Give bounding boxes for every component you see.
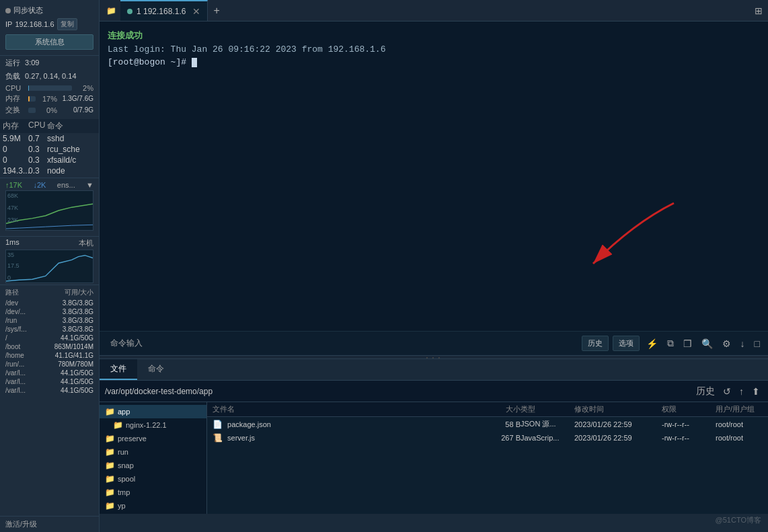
- disk-row: /home41.1G/41.1G: [5, 351, 93, 360]
- fm-path: /var/opt/docker-test-demo/app: [105, 387, 691, 396]
- net-chevron[interactable]: ▼: [86, 181, 93, 189]
- fm-upload-btn[interactable]: ↑: [736, 385, 746, 398]
- disk-row: /run/...780M/780M: [5, 360, 93, 369]
- fm-toolbar: /var/opt/docker-test-demo/app 历史 ↺ ↑ ⬆: [100, 381, 768, 402]
- tab-add-button[interactable]: +: [208, 2, 225, 20]
- fm-file-row[interactable]: 📜 server.js 267 B JavaScrip... 2023/01/2…: [207, 431, 768, 445]
- sidebar-header: 同步状态 IP 192.168.1.6 复制 系统信息: [0, 0, 99, 56]
- fm-tabs: 文件 命令: [100, 359, 768, 381]
- disk-row: /44.1G/50G: [5, 334, 93, 342]
- tab-dot: [127, 9, 132, 14]
- duplicate-icon[interactable]: ❒: [681, 337, 695, 350]
- term-line-3: [root@bogon ~]#: [108, 56, 760, 69]
- sync-dot: [5, 8, 11, 13]
- disk-list: /dev3.8G/3.8G/dev/...3.8G/3.8G/run3.8G/3…: [5, 299, 93, 395]
- folder-icon: 📁: [105, 461, 115, 470]
- disk-row: /dev3.8G/3.8G: [5, 299, 93, 307]
- swap-bar-bg: [28, 108, 36, 113]
- fm-refresh-btn[interactable]: ↺: [720, 385, 734, 398]
- fm-tree-item[interactable]: 📁preserve: [100, 432, 206, 445]
- fm-files: 文件名 大小 类型 修改时间 权限 用户/用户组 📄 package.json …: [207, 402, 768, 514]
- net-chart: 68K 47K 23K: [5, 190, 93, 231]
- tab-bar-right: ⊞: [752, 3, 765, 19]
- sysinfo-button[interactable]: 系统信息: [5, 34, 93, 50]
- tab-bar: 📁 1 192.168.1.6 ✕ + ⊞: [100, 0, 768, 22]
- cpu-bar-bg: [28, 85, 72, 91]
- sync-row: 同步状态: [5, 5, 93, 15]
- terminal-toolbar: 命令输入 历史 选项 ⚡ ⧉ ❒ 🔍 ⚙ ↓ □: [100, 331, 768, 355]
- settings-icon[interactable]: ⚙: [720, 337, 734, 350]
- cpu-bar-fill: [28, 85, 29, 91]
- fm-tree-item[interactable]: 📁spool: [100, 472, 206, 486]
- disk-row: /var/l...44.1G/50G: [5, 386, 93, 395]
- fm-file-header: 文件名 大小 类型 修改时间 权限 用户/用户组: [207, 402, 768, 417]
- terminal-cursor: [192, 58, 197, 67]
- net-header: ↑17K ↓2K ens... ▼: [5, 181, 93, 189]
- process-row: 5.9M0.7sshd: [0, 133, 99, 144]
- tab-label: 1 192.168.1.6: [137, 7, 186, 16]
- latency-section: 1ms 本机 35 17.5 0: [0, 236, 99, 284]
- disk-header: 路径 可用/大小: [5, 288, 93, 297]
- file-manager: 文件 命令 /var/opt/docker-test-demo/app 历史 ↺…: [100, 359, 768, 514]
- folder-icon: 📁: [105, 474, 115, 484]
- ip-row: IP 192.168.1.6 复制: [5, 18, 93, 30]
- fm-tree-item[interactable]: 📁snap: [100, 459, 206, 472]
- fm-tree-item[interactable]: 📁app: [100, 405, 206, 418]
- json-icon: 📄: [213, 420, 223, 429]
- copy-icon[interactable]: ⧉: [664, 336, 677, 350]
- latency-chart: 35 17.5 0: [5, 250, 93, 283]
- sync-label: 同步状态: [13, 5, 43, 15]
- fm-tree: 📁app📁nginx-1.22.1📁preserve📁run📁snap📁spoo…: [100, 402, 207, 514]
- folder-icon: 📁: [113, 420, 123, 430]
- history-button[interactable]: 历史: [582, 336, 609, 351]
- disk-row: /boot863M/1014M: [5, 342, 93, 351]
- ip-label: IP: [5, 20, 12, 28]
- search-icon[interactable]: 🔍: [699, 337, 716, 350]
- folder-icon: 📁: [105, 488, 115, 497]
- folder-icon: 📁: [105, 447, 115, 457]
- fm-tab-cmd[interactable]: 命令: [137, 359, 175, 380]
- folder-icon: 📁: [105, 501, 115, 510]
- terminal[interactable]: 连接成功 Last login: Thu Jan 26 09:16:22 202…: [100, 22, 768, 331]
- folder-icon: 📁: [105, 434, 115, 443]
- tab-close-button[interactable]: ✕: [192, 6, 200, 17]
- swap-row: 交换 0% 0/7.9G: [5, 105, 93, 115]
- process-row: 00.3xfsaild/c: [0, 155, 99, 165]
- net-up: ↑17K: [5, 181, 22, 189]
- fm-upload2-btn[interactable]: ⬆: [749, 385, 763, 398]
- disk-row: /var/l...44.1G/50G: [5, 377, 93, 386]
- activate-button[interactable]: 激活/升级: [0, 516, 99, 532]
- net-down: ↓2K: [33, 181, 46, 189]
- fm-tree-item[interactable]: 📁tmp: [100, 486, 206, 499]
- resource-stats: CPU 2% 内存 17% 1.3G/7.6G 交换 0% 0/7.9G: [0, 83, 99, 118]
- bottom-area: 文件 命令 /var/opt/docker-test-demo/app 历史 ↺…: [100, 359, 768, 514]
- lightning-icon[interactable]: ⚡: [644, 337, 660, 350]
- fm-history-btn[interactable]: 历史: [693, 384, 718, 399]
- folder-icon[interactable]: 📁: [102, 3, 120, 18]
- fm-tree-item[interactable]: 📁nginx-1.22.1: [100, 418, 206, 432]
- process-section: 内存 CPU 命令 5.9M0.7sshd00.3rcu_sche00.3xfs…: [0, 118, 99, 178]
- fm-tree-item[interactable]: 📁run: [100, 445, 206, 459]
- fm-tab-file[interactable]: 文件: [100, 359, 137, 380]
- option-button[interactable]: 选项: [613, 336, 640, 351]
- copy-button[interactable]: 复制: [57, 18, 77, 30]
- js-icon: 📜: [213, 433, 223, 443]
- disk-row: /var/l...44.1G/50G: [5, 369, 93, 377]
- maximize-icon[interactable]: □: [752, 337, 763, 350]
- fm-file-row[interactable]: 📄 package.json 58 B JSON 源... 2023/01/26…: [207, 417, 768, 431]
- disk-row: /sys/f...3.8G/3.8G: [5, 325, 93, 334]
- ip-value: 192.168.1.6: [15, 20, 54, 28]
- download-icon[interactable]: ↓: [738, 337, 748, 350]
- folder-icon: 📁: [105, 407, 115, 416]
- fm-content: 📁app📁nginx-1.22.1📁preserve📁run📁snap📁spoo…: [100, 402, 768, 514]
- term-line-1: 连接成功: [108, 30, 760, 43]
- fm-tree-item[interactable]: 📁yp: [100, 499, 206, 512]
- fm-file-list: 📄 package.json 58 B JSON 源... 2023/01/26…: [207, 417, 768, 445]
- net-name[interactable]: ens...: [57, 181, 75, 189]
- tab-1[interactable]: 1 192.168.1.6 ✕: [120, 0, 208, 21]
- grid-icon[interactable]: ⊞: [752, 3, 765, 19]
- disk-row: /run3.8G/3.8G: [5, 316, 93, 325]
- terminal-toolbar-right: 历史 选项 ⚡ ⧉ ❒ 🔍 ⚙ ↓ □: [582, 336, 763, 351]
- process-list: 5.9M0.7sshd00.3rcu_sche00.3xfsaild/c194.…: [0, 133, 99, 176]
- cmd-input-label: 命令输入: [105, 338, 148, 349]
